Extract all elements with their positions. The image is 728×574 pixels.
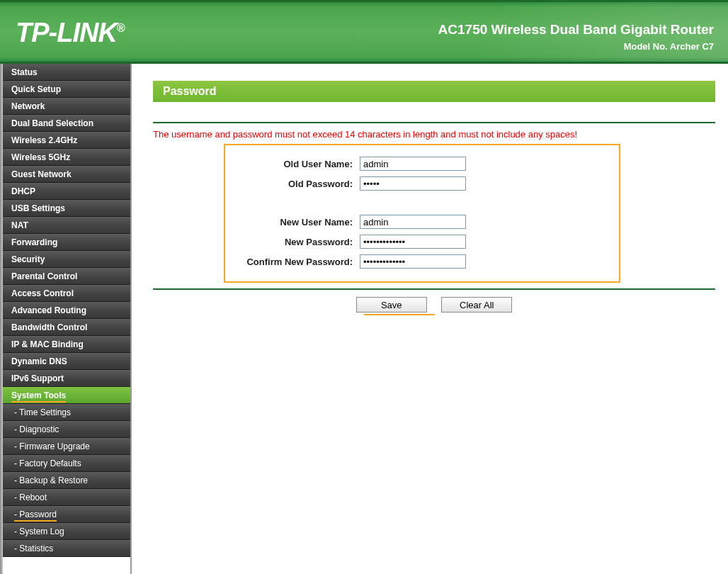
save-highlight — [364, 314, 435, 315]
brand-logo: TP-LINK® — [16, 18, 125, 48]
logo-text: TP-LINK — [16, 18, 117, 47]
nav-item-network[interactable]: Network — [0, 98, 130, 115]
nav-item-usb-settings[interactable]: USB Settings — [0, 200, 130, 217]
nav-label: - Password — [14, 510, 57, 522]
page-title: Password — [153, 81, 715, 102]
nav-item-dynamic-dns[interactable]: Dynamic DNS — [0, 353, 130, 370]
new-password-input[interactable] — [360, 235, 466, 249]
nav-item-access-control[interactable]: Access Control — [0, 285, 130, 302]
nav-item-password[interactable]: - Password — [0, 506, 130, 523]
nav-item-nat[interactable]: NAT — [0, 217, 130, 234]
button-row: Save Clear All — [153, 297, 715, 315]
main-content: Password The username and password must … — [132, 64, 728, 574]
nav-item-statistics[interactable]: - Statistics — [0, 540, 130, 557]
nav-item-factory-defaults[interactable]: - Factory Defaults — [0, 455, 130, 472]
confirm-password-input[interactable] — [360, 254, 466, 269]
new-password-label: New Password: — [232, 237, 360, 247]
nav-item-guest-network[interactable]: Guest Network — [0, 166, 130, 183]
new-username-label: New User Name: — [232, 217, 360, 227]
old-username-input[interactable] — [360, 157, 466, 171]
clear-all-button[interactable]: Clear All — [441, 297, 512, 313]
nav-item-wireless-2-4ghz[interactable]: Wireless 2.4GHz — [0, 132, 130, 149]
nav-item-system-log[interactable]: - System Log — [0, 523, 130, 540]
nav-item-dual-band-selection[interactable]: Dual Band Selection — [0, 115, 130, 132]
old-password-input[interactable] — [360, 176, 466, 191]
nav-item-time-settings[interactable]: - Time Settings — [0, 404, 130, 421]
nav-item-forwarding[interactable]: Forwarding — [0, 234, 130, 251]
save-button[interactable]: Save — [356, 297, 427, 313]
nav-item-status[interactable]: Status — [0, 64, 130, 81]
nav-item-security[interactable]: Security — [0, 251, 130, 268]
new-username-input[interactable] — [360, 215, 466, 229]
password-form-box: Old User Name: Old Password: New User Na… — [224, 144, 620, 283]
nav-item-dhcp[interactable]: DHCP — [0, 183, 130, 200]
divider — [153, 288, 715, 290]
nav-item-system-tools[interactable]: System Tools — [0, 387, 130, 404]
confirm-password-label: Confirm New Password: — [232, 257, 360, 267]
nav-item-parental-control[interactable]: Parental Control — [0, 268, 130, 285]
nav-item-firmware-upgrade[interactable]: - Firmware Upgrade — [0, 438, 130, 455]
old-password-label: Old Password: — [232, 179, 360, 189]
nav-item-ip-mac-binding[interactable]: IP & MAC Binding — [0, 336, 130, 353]
nav-item-ipv6-support[interactable]: IPv6 Support — [0, 370, 130, 387]
logo-registered: ® — [117, 22, 125, 34]
nav-label: System Tools — [11, 390, 66, 403]
header: TP-LINK® AC1750 Wireless Dual Band Gigab… — [0, 0, 728, 64]
nav-item-bandwidth-control[interactable]: Bandwidth Control — [0, 319, 130, 336]
nav-item-wireless-5ghz[interactable]: Wireless 5GHz — [0, 149, 130, 166]
nav-item-quick-setup[interactable]: Quick Setup — [0, 81, 130, 98]
nav-item-diagnostic[interactable]: - Diagnostic — [0, 421, 130, 438]
nav-item-backup-restore[interactable]: - Backup & Restore — [0, 472, 130, 489]
sidebar-nav: StatusQuick SetupNetworkDual Band Select… — [0, 64, 132, 574]
model-number: Model No. Archer C7 — [624, 41, 714, 52]
nav-item-reboot[interactable]: - Reboot — [0, 489, 130, 506]
divider — [153, 122, 715, 123]
warning-text: The username and password must not excee… — [153, 129, 715, 140]
old-username-label: Old User Name: — [232, 159, 360, 169]
product-title: AC1750 Wireless Dual Band Gigabit Router — [438, 22, 714, 38]
nav-item-advanced-routing[interactable]: Advanced Routing — [0, 302, 130, 319]
